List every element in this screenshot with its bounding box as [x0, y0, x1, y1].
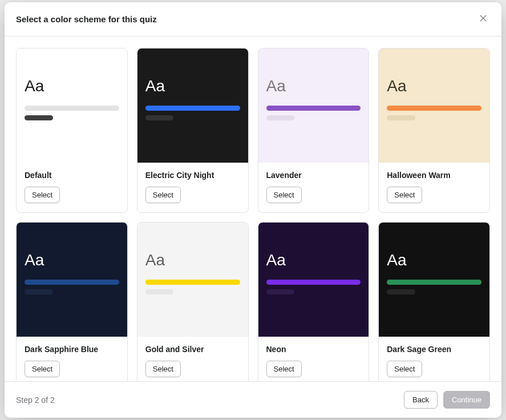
scheme-name: Lavender	[266, 171, 361, 180]
preview-bar-primary	[145, 106, 240, 111]
preview-bar-secondary	[145, 115, 174, 120]
select-scheme-button[interactable]: Select	[25, 187, 60, 203]
preview-bar-primary	[25, 106, 119, 111]
scheme-preview: Aa	[17, 49, 127, 163]
scheme-card: AaDefaultSelect	[16, 48, 128, 213]
select-scheme-button[interactable]: Select	[266, 187, 302, 203]
scheme-grid: AaDefaultSelectAaElectric City NightSele…	[16, 48, 490, 381]
preview-aa-text: Aa	[145, 77, 240, 95]
scheme-preview: Aa	[17, 223, 127, 337]
scheme-card-body: NeonSelect	[258, 337, 369, 381]
preview-aa-text: Aa	[25, 251, 119, 269]
scheme-name: Halloween Warm	[387, 171, 481, 180]
modal-header: Select a color scheme for this quiz	[5, 2, 501, 37]
step-indicator: Step 2 of 2	[16, 395, 55, 405]
select-scheme-button[interactable]: Select	[145, 187, 181, 203]
scheme-preview: Aa	[258, 49, 369, 163]
footer-buttons: Back Continue	[404, 391, 490, 409]
scheme-preview: Aa	[379, 223, 489, 337]
preview-bar-secondary	[25, 289, 53, 294]
scheme-card: AaHalloween WarmSelect	[378, 48, 490, 213]
preview-bar-secondary	[266, 289, 295, 294]
select-scheme-button[interactable]: Select	[387, 187, 422, 203]
scheme-card-body: LavenderSelect	[258, 163, 369, 212]
close-icon	[479, 14, 488, 23]
scheme-name: Dark Sapphire Blue	[25, 345, 119, 354]
preview-aa-text: Aa	[145, 251, 240, 269]
scheme-name: Neon	[266, 345, 361, 354]
preview-aa-text: Aa	[387, 77, 481, 95]
scheme-card: AaGold and SilverSelect	[137, 222, 249, 381]
continue-button[interactable]: Continue	[443, 391, 490, 409]
modal-body: AaDefaultSelectAaElectric City NightSele…	[5, 37, 501, 381]
scheme-name: Dark Sage Green	[387, 345, 481, 354]
preview-aa-text: Aa	[266, 77, 361, 95]
preview-bar-primary	[266, 106, 361, 111]
preview-bar-secondary	[25, 115, 53, 120]
scheme-card-body: Gold and SilverSelect	[137, 337, 248, 381]
preview-aa-text: Aa	[387, 251, 481, 269]
scheme-card-body: DefaultSelect	[17, 163, 127, 212]
scheme-card-body: Electric City NightSelect	[137, 163, 248, 212]
color-scheme-modal: Select a color scheme for this quiz AaDe…	[5, 2, 501, 418]
close-button[interactable]	[476, 11, 490, 27]
scheme-card: AaElectric City NightSelect	[137, 48, 249, 213]
scheme-card-body: Dark Sage GreenSelect	[379, 337, 489, 381]
scheme-preview: Aa	[137, 223, 248, 337]
scheme-card: AaLavenderSelect	[258, 48, 370, 213]
preview-bar-secondary	[387, 289, 415, 294]
preview-bar-primary	[145, 280, 240, 285]
scheme-card: AaDark Sapphire BlueSelect	[16, 222, 128, 381]
scheme-card: AaDark Sage GreenSelect	[378, 222, 490, 381]
preview-aa-text: Aa	[266, 251, 361, 269]
preview-aa-text: Aa	[25, 77, 119, 95]
preview-bar-primary	[266, 280, 361, 285]
preview-bar-secondary	[266, 115, 295, 120]
modal-title: Select a color scheme for this quiz	[16, 14, 157, 24]
scheme-card-body: Halloween WarmSelect	[379, 163, 489, 212]
preview-bar-primary	[25, 280, 119, 285]
preview-bar-primary	[387, 106, 481, 111]
back-button[interactable]: Back	[404, 391, 438, 409]
scheme-name: Gold and Silver	[145, 345, 240, 354]
select-scheme-button[interactable]: Select	[145, 361, 181, 377]
scheme-card-body: Dark Sapphire BlueSelect	[17, 337, 127, 381]
scheme-preview: Aa	[258, 223, 369, 337]
scheme-preview: Aa	[379, 49, 489, 163]
scheme-name: Default	[25, 171, 119, 180]
scheme-name: Electric City Night	[145, 171, 240, 180]
select-scheme-button[interactable]: Select	[25, 361, 60, 377]
scheme-preview: Aa	[137, 49, 248, 163]
preview-bar-secondary	[387, 115, 415, 120]
select-scheme-button[interactable]: Select	[387, 361, 422, 377]
preview-bar-secondary	[145, 289, 174, 294]
scheme-card: AaNeonSelect	[258, 222, 370, 381]
preview-bar-primary	[387, 280, 481, 285]
modal-footer: Step 2 of 2 Back Continue	[5, 381, 501, 418]
select-scheme-button[interactable]: Select	[266, 361, 302, 377]
